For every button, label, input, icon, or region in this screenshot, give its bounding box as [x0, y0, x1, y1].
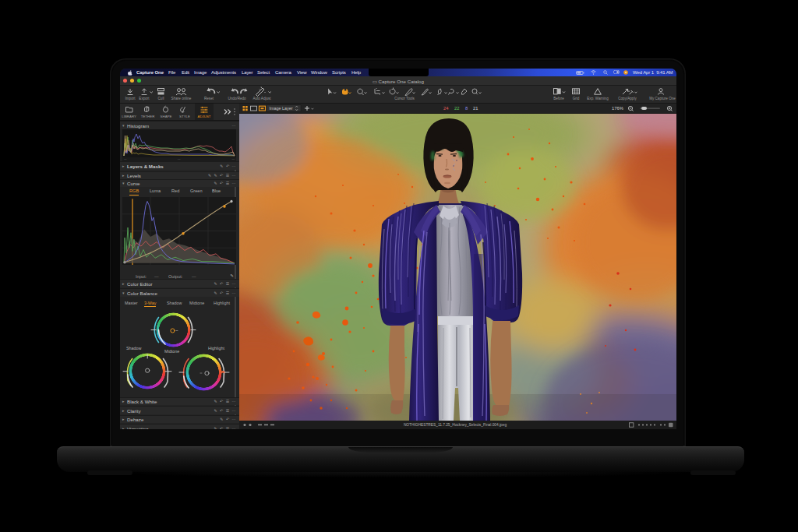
svg-text:STYLE: STYLE	[179, 115, 190, 118]
svg-text:Image Layer: Image Layer	[270, 106, 293, 111]
svg-text:Undo/Redo: Undo/Redo	[228, 97, 246, 100]
svg-text:24: 24	[443, 106, 449, 111]
svg-text:Share online: Share online	[171, 97, 192, 100]
svg-text:Cursor Tools: Cursor Tools	[394, 97, 415, 100]
svg-text:Export: Export	[139, 97, 150, 100]
svg-text:Grid: Grid	[573, 97, 580, 100]
svg-text:Midtone: Midtone	[164, 349, 179, 354]
svg-text:Highlight: Highlight	[208, 346, 224, 351]
svg-text:8: 8	[465, 106, 468, 111]
svg-text:Shadow: Shadow	[126, 346, 142, 351]
svg-text:21: 21	[473, 106, 478, 111]
svg-text:NOTHIGHESTRES_11.7.25_Hockney_: NOTHIGHESTRES_11.7.25_Hockney_Selects_Fi…	[404, 423, 507, 427]
svg-text:Cull: Cull	[158, 97, 164, 100]
svg-text:ADJUST: ADJUST	[197, 115, 210, 118]
svg-text:Before: Before	[553, 97, 564, 100]
svg-text:176%: 176%	[612, 106, 623, 111]
svg-text:Reset: Reset	[204, 97, 214, 100]
svg-text:My Capture One: My Capture One	[649, 97, 676, 100]
svg-text:Copy/Apply: Copy/Apply	[618, 97, 637, 100]
svg-text:LIBRARY: LIBRARY	[122, 115, 136, 118]
svg-text:22: 22	[454, 106, 459, 111]
svg-text:Import: Import	[125, 97, 136, 100]
svg-text:Exp. Warning: Exp. Warning	[587, 97, 609, 100]
svg-text:Auto Adjust: Auto Adjust	[252, 97, 271, 100]
svg-text:TETHER: TETHER	[141, 115, 155, 118]
svg-text:SHAPE: SHAPE	[161, 115, 172, 118]
